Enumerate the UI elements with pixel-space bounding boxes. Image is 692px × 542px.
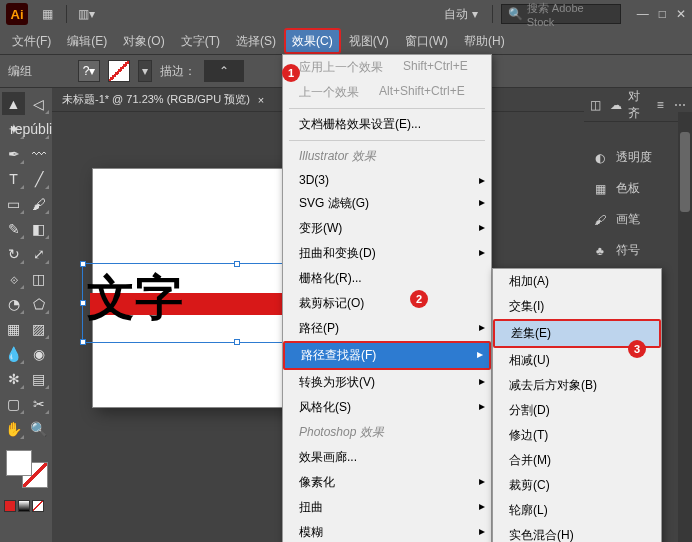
- direct-selection-tool[interactable]: ◁: [27, 92, 50, 115]
- menu-type[interactable]: 文字(T): [173, 28, 228, 54]
- line-tool[interactable]: ╱: [27, 167, 50, 190]
- sub-crop[interactable]: 裁剪(C): [493, 473, 661, 498]
- gradient-tool[interactable]: ▨: [27, 317, 50, 340]
- scale-tool[interactable]: ⤢: [27, 242, 50, 265]
- search-placeholder: 搜索 Adobe Stock: [527, 1, 614, 28]
- sub-merge[interactable]: 合并(M): [493, 448, 661, 473]
- align-icon[interactable]: ≡: [653, 96, 669, 114]
- color-mode-icon[interactable]: [4, 500, 16, 512]
- help-icon[interactable]: ?▾: [78, 60, 100, 82]
- library-icon[interactable]: ◫: [588, 96, 604, 114]
- menu-gallery[interactable]: 效果画廊...: [283, 445, 491, 470]
- stock-search-input[interactable]: 🔍 搜索 Adobe Stock: [501, 4, 621, 24]
- menu-window[interactable]: 窗口(W): [397, 28, 456, 54]
- menu-apply-last[interactable]: 应用上一个效果Shift+Ctrl+E: [283, 55, 491, 80]
- brush-tool[interactable]: 🖌: [27, 192, 50, 215]
- menu-rasterize[interactable]: 栅格化(R)...: [283, 266, 491, 291]
- search-icon: 🔍: [508, 7, 523, 21]
- curvature-tool[interactable]: 〰: [27, 142, 50, 165]
- menu-help[interactable]: 帮助(H): [456, 28, 513, 54]
- sub-add[interactable]: 相加(A): [493, 269, 661, 294]
- panel-symbols[interactable]: ♣符号: [584, 235, 692, 266]
- panel-swatches[interactable]: ▦色板: [584, 173, 692, 204]
- close-button[interactable]: ✕: [676, 7, 686, 21]
- symbol-sprayer-tool[interactable]: ✻: [2, 367, 25, 390]
- free-transform-tool[interactable]: ◫: [27, 267, 50, 290]
- menu-cropmarks[interactable]: 裁剪标记(O): [283, 291, 491, 316]
- brushes-icon: 🖌: [592, 212, 608, 228]
- menu-distort[interactable]: 扭曲和变换(D): [283, 241, 491, 266]
- chevron-down-icon[interactable]: ▾: [138, 60, 152, 82]
- width-tool[interactable]: ⟐: [2, 267, 25, 290]
- zoom-tool[interactable]: 🔍: [27, 417, 50, 440]
- panel-scrollbar[interactable]: [678, 112, 692, 542]
- hand-tool[interactable]: ✋: [2, 417, 25, 440]
- group-label: 编组: [8, 63, 32, 80]
- menu-object[interactable]: 对象(O): [115, 28, 172, 54]
- pen-tool[interactable]: ✒: [2, 142, 25, 165]
- cloud-icon[interactable]: ☁: [608, 96, 624, 114]
- menu-effect[interactable]: 效果(C): [284, 28, 341, 54]
- menu-distort2[interactable]: 扭曲: [283, 495, 491, 520]
- menu-pixelate[interactable]: 像素化: [283, 470, 491, 495]
- panel-brushes[interactable]: 🖌画笔: [584, 204, 692, 235]
- menu-stylize[interactable]: 风格化(S): [283, 395, 491, 420]
- type-tool[interactable]: T: [2, 167, 25, 190]
- shape-builder-tool[interactable]: ◔: [2, 292, 25, 315]
- panel-opacity[interactable]: ◐透明度: [584, 142, 692, 173]
- sub-trim[interactable]: 修边(T): [493, 423, 661, 448]
- sub-minus-back[interactable]: 减去后方对象(B): [493, 373, 661, 398]
- perspective-tool[interactable]: ⬠: [27, 292, 50, 315]
- menu-last-effect[interactable]: 上一个效果Alt+Shift+Ctrl+E: [283, 80, 491, 105]
- sub-divide[interactable]: 分割(D): [493, 398, 661, 423]
- rotate-tool[interactable]: ↻: [2, 242, 25, 265]
- eyedropper-tool[interactable]: 💧: [2, 342, 25, 365]
- arrange-docs-icon[interactable]: ▥▾: [75, 3, 97, 25]
- blend-tool[interactable]: ◉: [27, 342, 50, 365]
- eraser-tool[interactable]: ◧: [27, 217, 50, 240]
- annotation-badge-3: 3: [628, 340, 646, 358]
- menu-svg[interactable]: SVG 滤镜(G): [283, 191, 491, 216]
- gpu-combo[interactable]: 自动 ▾: [438, 4, 484, 25]
- lasso-tool[interactable]: república: [27, 117, 50, 140]
- symbols-icon: ♣: [592, 243, 608, 259]
- selection-tool[interactable]: ▲: [2, 92, 25, 115]
- menu-file[interactable]: 文件(F): [4, 28, 59, 54]
- menu-raster-settings[interactable]: 文档栅格效果设置(E)...: [283, 112, 491, 137]
- sub-intersect[interactable]: 交集(I): [493, 294, 661, 319]
- menu-path[interactable]: 路径(P): [283, 316, 491, 341]
- menu-select[interactable]: 选择(S): [228, 28, 284, 54]
- minimize-button[interactable]: —: [637, 7, 649, 21]
- menu-bar: 文件(F) 编辑(E) 对象(O) 文字(T) 选择(S) 效果(C) 视图(V…: [0, 28, 692, 54]
- shaper-tool[interactable]: ✎: [2, 217, 25, 240]
- gradient-mode-icon[interactable]: [18, 500, 30, 512]
- header-illustrator: Illustrator 效果: [283, 144, 491, 169]
- swatches-icon: ▦: [592, 181, 608, 197]
- maximize-button[interactable]: □: [659, 7, 666, 21]
- none-mode-icon[interactable]: [32, 500, 44, 512]
- auto-label: 自动: [444, 6, 468, 23]
- more-icon[interactable]: ⋯: [672, 96, 688, 114]
- menu-convert-shape[interactable]: 转换为形状(V): [283, 370, 491, 395]
- stroke-weight-input[interactable]: ⌃: [204, 60, 244, 82]
- mesh-tool[interactable]: ▦: [2, 317, 25, 340]
- slice-tool[interactable]: ✂: [27, 392, 50, 415]
- annotation-badge-2: 2: [410, 290, 428, 308]
- sub-outline[interactable]: 轮廓(L): [493, 498, 661, 523]
- graph-tool[interactable]: ▤: [27, 367, 50, 390]
- doc-tab-title: 未标题-1* @ 71.23% (RGB/GPU 预览): [62, 92, 250, 107]
- menu-pathfinder[interactable]: 路径查找器(F): [283, 341, 491, 370]
- close-tab-icon[interactable]: ×: [258, 94, 264, 106]
- artboard-tool[interactable]: ▢: [2, 392, 25, 415]
- menu-blur[interactable]: 模糊: [283, 520, 491, 542]
- menu-3d[interactable]: 3D(3): [283, 169, 491, 191]
- no-fill-icon[interactable]: [108, 60, 130, 82]
- menu-transform[interactable]: 变形(W): [283, 216, 491, 241]
- rectangle-tool[interactable]: ▭: [2, 192, 25, 215]
- bridge-icon[interactable]: ▦: [36, 3, 58, 25]
- sub-hardmix[interactable]: 实色混合(H): [493, 523, 661, 542]
- menu-edit[interactable]: 编辑(E): [59, 28, 115, 54]
- menu-view[interactable]: 视图(V): [341, 28, 397, 54]
- fill-stroke-swatches[interactable]: [4, 448, 50, 490]
- align-panel-label[interactable]: 对齐: [628, 88, 649, 122]
